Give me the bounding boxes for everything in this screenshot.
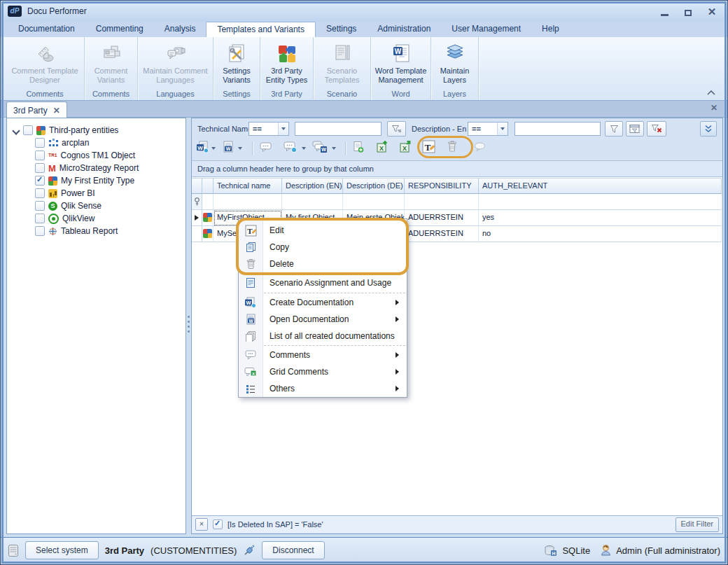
filter-cell-description-en[interactable]: [282, 194, 343, 210]
scenario-templates-button[interactable]: Scenario Templates: [314, 37, 370, 88]
chevron-down-icon[interactable]: [278, 123, 288, 135]
comments-settings-dropdown[interactable]: [302, 141, 308, 155]
doc-tab-3rd-party[interactable]: 3rd Party ✕: [6, 102, 67, 118]
disconnect-button[interactable]: Disconnect: [262, 541, 324, 559]
minimize-button[interactable]: [656, 6, 673, 18]
tab-documentation[interactable]: Documentation: [8, 22, 85, 37]
grid-comments-word-button[interactable]: W: [312, 141, 328, 153]
open-documentation-button[interactable]: W: [222, 141, 234, 153]
tree-item-cognos-tm1[interactable]: TM1 Cognos TM1 Object: [7, 149, 186, 162]
cell-auth-relevant[interactable]: yes: [479, 210, 722, 226]
comment-template-designer-button[interactable]: Comment Template Designer: [6, 37, 84, 88]
tree-item-checkbox[interactable]: [35, 151, 45, 160]
tab-administration[interactable]: Administration: [367, 22, 441, 37]
add-entity-button[interactable]: [353, 141, 364, 153]
tree-item-checkbox[interactable]: [35, 138, 45, 148]
filter-cell-description-de[interactable]: [343, 194, 405, 210]
menu-item-list-of-created-docs[interactable]: List of all created documentations: [239, 328, 407, 344]
create-documentation-button[interactable]: W: [196, 141, 209, 153]
filter-cell-auth-relevant[interactable]: [479, 194, 722, 210]
menu-item-edit[interactable]: T Edit: [239, 222, 407, 239]
tree-item-checkbox[interactable]: [35, 226, 45, 236]
tree-root-third-party-entities[interactable]: Third-party entities: [7, 124, 186, 137]
menu-item-comments[interactable]: Comments: [239, 347, 407, 363]
third-party-entity-types-button[interactable]: 3rd Party Entity Types: [260, 37, 313, 88]
comment-variants-button[interactable]: Comment Variants: [85, 37, 137, 88]
row-icon-cell[interactable]: [202, 226, 214, 242]
excel-import-button[interactable]: X: [376, 141, 388, 153]
word-template-management-button[interactable]: W Word Template Management: [371, 37, 430, 88]
column-header-auth-relevant[interactable]: AUTH_RELEVANT: [479, 178, 722, 194]
filter-field2-operator-select[interactable]: ==: [468, 122, 508, 136]
menu-item-scenario-assignment[interactable]: Scenario Assignment and Usage: [239, 274, 407, 291]
menu-item-copy[interactable]: Copy: [239, 239, 407, 256]
tree-item-qlik-sense[interactable]: S Qlik Sense: [7, 200, 186, 212]
tab-help[interactable]: Help: [531, 22, 570, 37]
tree-item-tableau[interactable]: Tableau Report: [7, 225, 186, 237]
tree-item-arcplan[interactable]: arcplan: [7, 137, 186, 149]
menu-item-others[interactable]: Others: [239, 380, 407, 397]
tree-item-qlikview[interactable]: QlikView: [7, 212, 186, 225]
clear-filter-button[interactable]: [647, 121, 666, 137]
filter-cell-responsibility[interactable]: [405, 194, 479, 210]
tree-item-power-bi[interactable]: Power BI: [7, 187, 186, 200]
doc-tab-close-icon[interactable]: ✕: [53, 106, 60, 115]
tree-item-checkbox[interactable]: [35, 201, 45, 211]
collapse-ribbon-button[interactable]: [704, 86, 719, 97]
filter-active-checkbox[interactable]: [213, 519, 223, 529]
filter-cell-technical-name[interactable]: [214, 194, 282, 210]
comments-button[interactable]: [260, 142, 272, 153]
group-by-panel[interactable]: Drag a column header here to group by th…: [192, 160, 722, 177]
tab-analysis[interactable]: Analysis: [154, 22, 206, 37]
filter-field1-input[interactable]: [295, 122, 382, 136]
open-documentation-dropdown[interactable]: [238, 141, 244, 155]
edit-filter-button[interactable]: Edit Filter: [676, 517, 719, 532]
select-system-button[interactable]: Select system: [25, 541, 99, 559]
tab-templates-and-variants[interactable]: Templates and Variants: [206, 22, 316, 38]
tab-commenting[interactable]: Commenting: [85, 22, 154, 37]
tree-item-my-first-entity-type[interactable]: My First Entity Type: [7, 174, 186, 187]
close-button[interactable]: ✕: [704, 6, 720, 18]
tree-root-checkbox[interactable]: [23, 125, 33, 135]
maintain-layers-button[interactable]: Maintain Layers: [431, 37, 478, 88]
grid-comments-word-dropdown[interactable]: [332, 141, 338, 155]
chevron-down-icon[interactable]: [497, 123, 507, 135]
menu-item-open-documentation[interactable]: W Open Documentation: [239, 311, 407, 328]
menu-item-grid-comments[interactable]: X Grid Comments: [239, 363, 407, 380]
document-area-close-icon[interactable]: ✕: [710, 104, 718, 112]
tree-item-microstrategy[interactable]: M MicroStrategy Report: [7, 162, 186, 174]
cell-responsibility[interactable]: ADUERRSTEIN: [405, 226, 479, 242]
delete-entity-button[interactable]: [447, 140, 458, 153]
create-documentation-dropdown[interactable]: [211, 141, 218, 155]
tree-item-checkbox[interactable]: [35, 163, 45, 173]
filter-field2-input[interactable]: [514, 122, 601, 136]
maintain-comment-languages-button[interactable]: Maintain Comment Languages: [138, 37, 213, 88]
comment-disabled-button[interactable]: [474, 142, 486, 151]
tree-item-checkbox[interactable]: [35, 188, 45, 198]
panel-splitter[interactable]: [187, 316, 190, 340]
column-header-responsibility[interactable]: RESPONSIBILITY: [405, 178, 479, 194]
cell-auth-relevant[interactable]: no: [479, 226, 722, 242]
tab-user-management[interactable]: User Management: [441, 22, 531, 37]
collapse-chevron-icon[interactable]: [13, 127, 20, 134]
filter-cell[interactable]: [202, 194, 214, 210]
tree-item-checkbox[interactable]: [35, 214, 45, 223]
filter-field1-apply-button[interactable]: [387, 121, 406, 137]
cell-responsibility[interactable]: ADUERRSTEIN: [405, 210, 479, 226]
remove-filter-button[interactable]: ×: [195, 518, 208, 531]
filter-field1-operator-select[interactable]: ==: [248, 122, 289, 136]
settings-variants-button[interactable]: Settings Variants: [214, 37, 260, 88]
filter-dialog-button[interactable]: [626, 121, 644, 137]
expand-filter-panel-button[interactable]: [700, 121, 717, 137]
edit-entity-button[interactable]: T: [422, 140, 435, 153]
excel-export-button[interactable]: X: [399, 141, 412, 153]
column-header-description-en[interactable]: Description (EN): [282, 178, 343, 194]
column-header-description-de[interactable]: Description (DE): [343, 178, 405, 194]
filter-field2-apply-button[interactable]: [605, 121, 623, 137]
tab-settings[interactable]: Settings: [316, 22, 367, 37]
menu-item-delete[interactable]: Delete: [239, 256, 407, 272]
menu-item-create-documentation[interactable]: W Create Documentation: [239, 294, 407, 311]
column-header-technical-name[interactable]: Technical name: [214, 178, 282, 194]
tree-item-checkbox[interactable]: [35, 176, 45, 186]
comments-settings-button[interactable]: [284, 141, 298, 153]
